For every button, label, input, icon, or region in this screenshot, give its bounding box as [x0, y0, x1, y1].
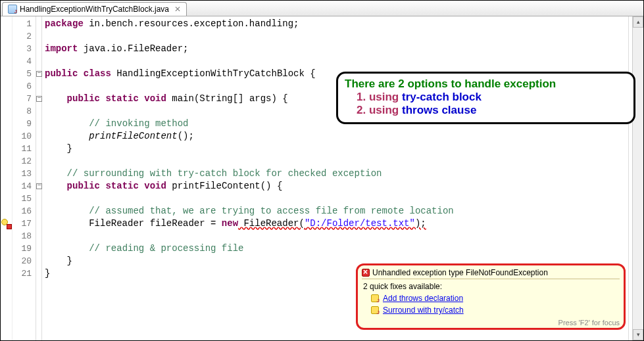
quickfix-link[interactable]: Add throws declaration	[383, 294, 463, 303]
keyword: static	[105, 181, 138, 191]
code-text: ();	[178, 131, 194, 141]
quickfix-item[interactable]: Add throws declaration	[362, 292, 620, 304]
code-text: printFileContent() {	[166, 181, 282, 191]
annotation-callout: There are 2 options to handle exception …	[336, 72, 635, 124]
code-text: }	[45, 256, 72, 266]
callout-option: 1. using try-catch block	[357, 91, 627, 104]
tab-filename: HandlingExceptionWithTryCatchBlock.java	[20, 5, 169, 14]
keyword: import	[45, 43, 78, 54]
java-file-icon	[8, 5, 17, 14]
fold-toggle-icon[interactable]	[36, 183, 42, 189]
callout-option: 2. using throws clause	[357, 104, 627, 117]
scroll-down-arrow-icon[interactable]: ▾	[633, 329, 643, 340]
code-text: in.bench.resources.exception.handling;	[84, 18, 299, 29]
line-number: 15	[12, 193, 36, 205]
tab-bar: HandlingExceptionWithTryCatchBlock.java …	[1, 1, 643, 16]
line-number: 1	[12, 18, 36, 30]
line-number: 7	[12, 93, 36, 105]
quickfix-link[interactable]: Surround with try/catch	[383, 306, 464, 315]
tooltip-footer: Press 'F2' for focus	[362, 316, 620, 327]
fold-toggle-icon[interactable]	[36, 96, 42, 102]
line-number: 21	[12, 267, 36, 280]
error-lightbulb-icon[interactable]	[1, 219, 11, 228]
line-number: 8	[12, 105, 36, 118]
keyword: void	[144, 181, 166, 191]
line-number: 2	[12, 30, 36, 43]
line-number: 19	[12, 242, 36, 255]
editor-tab[interactable]: HandlingExceptionWithTryCatchBlock.java …	[2, 2, 187, 16]
tooltip-title-text: Unhandled exception type FileNotFoundExc…	[372, 268, 548, 277]
code-text: }	[45, 268, 50, 279]
string-literal: "D:/Folder/test.txt"	[305, 218, 415, 229]
fixes-heading: 2 quick fixes available:	[362, 279, 620, 292]
keyword: class	[84, 68, 111, 79]
code-text: main(String[] args) {	[166, 93, 288, 104]
comment: // invoking method	[89, 118, 188, 129]
fold-toggle-icon[interactable]	[36, 71, 42, 77]
error-span: FileReader("D:/Folder/test.txt");	[238, 218, 426, 229]
error-icon	[362, 269, 370, 277]
line-number: 13	[12, 168, 36, 180]
line-number: 16	[12, 205, 36, 217]
code-text: FileReader(	[238, 218, 305, 229]
code-text: HandlingExceptionWithTryCatchBlock {	[111, 68, 316, 79]
line-number: 4	[12, 55, 36, 68]
comment: // surrounding with try-catch block for …	[67, 168, 382, 179]
vertical-scrollbar[interactable]: ▴ ▾	[632, 16, 643, 340]
line-number: 14	[12, 180, 36, 193]
line-number: 10	[12, 130, 36, 143]
keyword: static	[105, 93, 138, 104]
line-number: 18	[12, 230, 36, 242]
line-number: 9	[12, 118, 36, 130]
scroll-up-arrow-icon[interactable]: ▴	[633, 16, 643, 28]
quickfix-tooltip: Unhandled exception type FileNotFoundExc…	[356, 263, 626, 330]
code-text: FileReader fileReader =	[45, 218, 222, 229]
comment: // reading & processing file	[89, 243, 243, 254]
line-number: 3	[12, 43, 36, 55]
code-text: java.io.FileReader;	[78, 43, 188, 54]
fold-gutter	[36, 16, 42, 340]
line-number: 17	[12, 217, 36, 230]
overview-ruler[interactable]	[628, 16, 632, 340]
keyword: public	[67, 181, 100, 191]
quickfix-icon	[371, 306, 379, 314]
keyword: public	[67, 93, 100, 104]
code-text: printFileContent	[89, 131, 177, 141]
keyword: public	[45, 68, 78, 79]
comment: // assumed that, we are trying to access…	[89, 206, 454, 216]
keyword: package	[45, 18, 84, 29]
line-number: 5	[12, 68, 36, 80]
line-number-gutter: 1 2 3 4 5 6 7 8 9 10 11 12 13 14 15 16 1…	[12, 16, 36, 340]
keyword: new	[222, 218, 238, 229]
line-number: 20	[12, 255, 36, 267]
line-number: 6	[12, 80, 36, 93]
code-text: );	[415, 218, 426, 229]
code-text: }	[45, 143, 72, 154]
scroll-track[interactable]	[633, 28, 643, 329]
quickfix-icon	[371, 294, 379, 302]
quickfix-item[interactable]: Surround with try/catch	[362, 304, 620, 316]
callout-heading: There are 2 options to handle exception	[345, 78, 627, 91]
marker-gutter	[1, 16, 12, 340]
line-number: 12	[12, 155, 36, 168]
keyword: void	[144, 93, 166, 104]
tooltip-title: Unhandled exception type FileNotFoundExc…	[362, 268, 620, 279]
close-icon[interactable]: ✕	[174, 5, 181, 14]
line-number: 11	[12, 143, 36, 155]
